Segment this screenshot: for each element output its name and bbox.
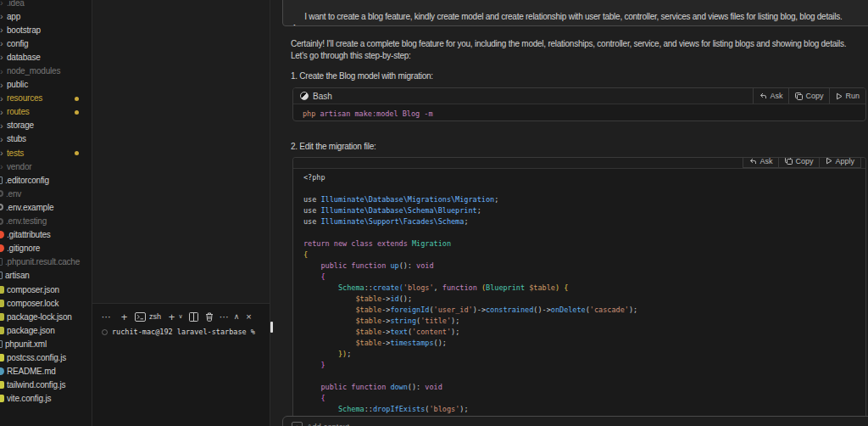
- apply-button[interactable]: Apply: [819, 157, 860, 167]
- code-line: $table->string('title');: [303, 316, 855, 327]
- terminal-prompt-line[interactable]: ruchit-mac@192 laravel-starbase %: [92, 328, 270, 336]
- git-file-icon: [0, 244, 4, 252]
- sidebar-item--env-example[interactable]: .env.example: [0, 200, 92, 214]
- ask-button[interactable]: Ask: [743, 157, 778, 167]
- file-label: storage: [7, 121, 34, 130]
- add-context-label[interactable]: Add context: [307, 422, 349, 426]
- more-actions-icon[interactable]: ⋯: [219, 310, 230, 323]
- kill-terminal-icon[interactable]: [203, 310, 214, 323]
- file-label: public: [7, 80, 28, 89]
- js-file-icon: [0, 395, 4, 402]
- sidebar-item-package-json[interactable]: package.json: [0, 323, 92, 337]
- terminal-scrollbar-thumb[interactable]: [270, 322, 273, 333]
- ask-button[interactable]: Ask: [753, 88, 788, 104]
- sidebar-item-vendor[interactable]: ›vendor: [0, 160, 92, 173]
- terminal-icon: [135, 312, 146, 322]
- code-content: <?phpuse Illuminate\Database\Migrations\…: [293, 169, 865, 418]
- sidebar-item-package-lock-json[interactable]: package-lock.json: [0, 310, 92, 323]
- file-label: .idea: [7, 0, 25, 8]
- sidebar-item--editorconfig[interactable]: .editorconfig: [0, 173, 92, 187]
- chevron-right-icon: ›: [0, 135, 5, 143]
- sidebar-item--env[interactable]: .env: [0, 187, 92, 200]
- sidebar-item-tests[interactable]: ›tests: [0, 146, 92, 160]
- sidebar-item-routes[interactable]: ›routes: [0, 105, 92, 119]
- file-label: .phpunit.result.cache: [5, 257, 80, 266]
- sidebar-item-phpunit-xml[interactable]: phpunit.xml: [0, 337, 92, 350]
- chat-input-box[interactable]: + Add context: [282, 416, 868, 426]
- file-label: phpunit.xml: [5, 339, 47, 349]
- terminal-panel: ⋯ + zsh + ∨: [92, 303, 270, 426]
- sidebar-item--phpunit-result-cache[interactable]: .phpunit.result.cache: [0, 255, 92, 269]
- chevron-right-icon: ›: [0, 108, 5, 116]
- code-line: {: [303, 249, 855, 261]
- sidebar-item--gitignore[interactable]: .gitignore: [0, 242, 92, 255]
- code-line: php artisan make:model Blog -m: [303, 109, 856, 120]
- play-icon: [826, 157, 832, 165]
- code-line: <?php: [303, 172, 855, 183]
- chevron-right-icon: ›: [0, 162, 5, 171]
- sidebar-item-composer-lock[interactable]: composer.lock: [0, 296, 92, 310]
- file-label: stubs: [7, 134, 26, 143]
- user-message-text: I want to create a blog feature, kindly …: [292, 12, 842, 26]
- add-context-icon[interactable]: +: [292, 422, 303, 426]
- file-label: .env.example: [6, 203, 53, 212]
- chevron-right-icon: ›: [0, 39, 5, 48]
- code-line: [303, 371, 855, 382]
- new-terminal-icon[interactable]: +: [119, 310, 130, 323]
- sidebar-item-database[interactable]: ›database: [0, 50, 92, 64]
- views-more-icon[interactable]: ⋯: [101, 310, 112, 323]
- file-explorer-sidebar: ›.idea›app›bootstrap›config›database›nod…: [0, 0, 92, 426]
- terminal-prompt: ruchit-mac@192 laravel-starbase %: [112, 328, 255, 336]
- copy-button[interactable]: Copy: [788, 88, 829, 104]
- sidebar-item-vite-config-js[interactable]: vite.config.js: [0, 392, 92, 406]
- sidebar-item--env-testing[interactable]: .env.testing: [0, 215, 92, 228]
- sidebar-item-node-modules[interactable]: ›node_modules: [0, 64, 92, 77]
- code-line: {: [303, 272, 855, 283]
- sidebar-item-storage[interactable]: ›storage: [0, 119, 92, 132]
- sidebar-item-app[interactable]: ›app: [0, 9, 92, 23]
- code-block-header: AskCopyApply: [293, 158, 865, 169]
- code-line: use Illuminate\Database\Migrations\Migra…: [303, 194, 855, 205]
- sidebar-item-public[interactable]: ›public: [0, 78, 92, 92]
- file-tree: ›.idea›app›bootstrap›config›database›nod…: [0, 0, 92, 406]
- sidebar-item-composer-json[interactable]: composer.json: [0, 283, 92, 296]
- chevron-right-icon: ›: [0, 149, 5, 157]
- sidebar-item--gitattributes[interactable]: .gitattributes: [0, 228, 92, 242]
- copy-icon: [785, 157, 793, 165]
- file-label: node_modules: [7, 66, 60, 76]
- file-file-icon: [0, 258, 3, 266]
- split-terminal-icon[interactable]: [188, 310, 199, 323]
- file-label: .env: [6, 189, 21, 199]
- copy-icon: [795, 92, 803, 100]
- sidebar-item-config[interactable]: ›config: [0, 36, 92, 50]
- sidebar-item-artisan[interactable]: artisan: [0, 269, 92, 283]
- close-panel-icon[interactable]: ×: [243, 310, 254, 323]
- file-label: package-lock.json: [7, 312, 72, 322]
- code-line: $table->foreignId('user_id')->constraine…: [303, 305, 855, 316]
- maximize-panel-icon[interactable]: ∧: [233, 310, 240, 323]
- sidebar-item--idea[interactable]: ›.idea: [0, 0, 92, 9]
- sidebar-item-resources[interactable]: ›resources: [0, 92, 92, 105]
- step-2-label: 2. Edit the migration file:: [291, 141, 861, 153]
- copy-button[interactable]: Copy: [778, 157, 819, 167]
- chevron-right-icon: ›: [0, 67, 5, 76]
- run-button[interactable]: Run: [829, 88, 865, 104]
- modified-dot-badge: [75, 151, 79, 155]
- chevron-right-icon: ›: [0, 81, 5, 89]
- terminal-toolbar: ⋯ + zsh + ∨: [92, 304, 270, 327]
- sidebar-item-stubs[interactable]: ›stubs: [0, 132, 92, 146]
- code-line: Schema::dropIfExists('blogs');: [303, 404, 855, 415]
- sidebar-item-tailwind-config-js[interactable]: tailwind.config.js: [0, 378, 92, 392]
- sidebar-item-postcss-config-js[interactable]: postcss.config.js: [0, 350, 92, 364]
- sidebar-item-readme-md[interactable]: README.md: [0, 365, 92, 378]
- code-language-label: Bash: [313, 92, 332, 101]
- add-terminal-icon[interactable]: +: [166, 310, 177, 323]
- file-label: tailwind.config.js: [7, 380, 65, 390]
- terminal-tab-zsh[interactable]: zsh: [135, 312, 161, 322]
- launch-profile-chevron-icon[interactable]: ∨: [177, 310, 184, 323]
- code-line: use Illuminate\Support\Facades\Schema;: [303, 216, 855, 227]
- file-label: bootstrap: [7, 25, 41, 35]
- sidebar-item-bootstrap[interactable]: ›bootstrap: [0, 23, 92, 36]
- ask-arrow-icon: [749, 158, 757, 165]
- chevron-right-icon: ›: [0, 0, 5, 7]
